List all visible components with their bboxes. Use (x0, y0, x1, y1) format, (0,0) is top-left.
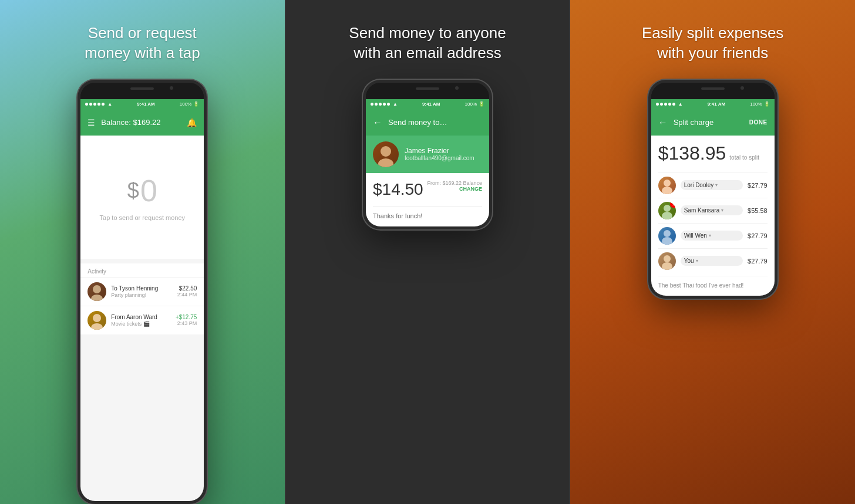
panel-1-title: Send or request money with a tap (73, 23, 212, 63)
chevron-you: ▾ (696, 258, 698, 263)
send-body: $14.50 From: $169.22 Balance CHANGE Than… (366, 173, 489, 226)
back-button-3[interactable]: ← (658, 117, 668, 128)
send-amount-row: $14.50 From: $169.22 Balance CHANGE (373, 180, 482, 199)
chevron-will: ▾ (709, 233, 711, 238)
phone-notch-2 (366, 83, 489, 99)
transaction-sub-1: Party planning! (111, 292, 172, 298)
transaction-time-1: 2:44 PM (177, 292, 197, 297)
phone-camera-2 (455, 86, 459, 90)
avatar-will (658, 227, 676, 245)
amount-area[interactable]: $ 0 Tap to send or request money (80, 136, 204, 259)
signal-dots-1: ▲ (85, 102, 112, 107)
panel-3-title: Easily split expenses with your friends (630, 23, 795, 63)
avatar-sam: 1 (658, 202, 676, 219)
phone-camera-1 (170, 86, 173, 90)
svg-point-11 (662, 237, 672, 245)
transaction-info-2: From Aaron Ward Movie tickets 🎬 (111, 314, 171, 327)
contact-row: James Frazier footballfan490@gmail.com (366, 136, 489, 173)
split-person-sam: 1 Sam Kansara ▾ $55.58 (658, 198, 768, 223)
status-time-1: 9:41 AM (137, 102, 154, 107)
signal-dots-2: ▲ (371, 102, 398, 107)
amount-you: $27.79 (748, 258, 768, 265)
split-person-lori: Lori Dooley ▾ $27.79 (658, 172, 768, 198)
transaction-info-1: To Tyson Henning Party planning! (111, 285, 172, 298)
svg-point-1 (91, 295, 103, 301)
contact-name: James Frazier (405, 147, 474, 155)
transaction-time-2: 2:43 PM (176, 320, 197, 326)
status-bar-1: ▲ 9:41 AM 100% 🔋 (80, 99, 204, 110)
svg-point-13 (662, 262, 672, 270)
status-right-1: 100% 🔋 (180, 102, 199, 107)
transaction-row-1: To Tyson Henning Party planning! $22.50 … (80, 277, 204, 306)
dot-3 (93, 103, 96, 106)
activity-label: Activity (80, 263, 204, 277)
avatar-aaron (87, 311, 106, 330)
chevron-lori: ▾ (715, 182, 718, 188)
split-note: The best Thai food I've ever had! (658, 276, 768, 289)
avatar-you (658, 252, 676, 270)
dollar-sign: $ (127, 178, 139, 203)
name-lori: Lori Dooley (684, 182, 714, 188)
total-amount: $138.95 (658, 143, 726, 164)
dot-1 (85, 103, 88, 106)
chip-you[interactable]: You ▾ (681, 256, 743, 266)
avatar-tyson (87, 282, 106, 301)
contact-email: footballfan490@gmail.com (405, 155, 474, 161)
phone-camera-3 (740, 86, 744, 90)
back-button-2[interactable]: ← (373, 117, 382, 128)
change-button[interactable]: CHANGE (427, 186, 482, 192)
transaction-sub-2: Movie tickets 🎬 (111, 321, 171, 327)
svg-point-10 (664, 230, 671, 237)
send-message: Thanks for lunch! (373, 206, 482, 219)
contact-info: James Frazier footballfan490@gmail.com (405, 147, 474, 161)
transaction-row-2: From Aaron Ward Movie tickets 🎬 +$12.75 … (80, 306, 204, 334)
avatar-lori (658, 177, 676, 194)
panel-2-title: Send money to anyone with an email addre… (337, 23, 517, 63)
balance-display: Balance: $169.22 (101, 118, 187, 127)
send-from-info: From: $169.22 Balance CHANGE (427, 180, 482, 192)
contact-avatar-james (373, 141, 399, 167)
amount-display: $ 0 (127, 173, 157, 208)
panel-split: Easily split expenses with your friends … (570, 0, 855, 504)
phone-2: ▲ 9:41 AM 100% 🔋 ← Send money to… James … (363, 80, 492, 229)
wifi-icon-1: ▲ (107, 102, 112, 107)
phone-notch-1 (80, 83, 204, 99)
amount-lori: $27.79 (748, 182, 768, 189)
chip-will[interactable]: Will Wen ▾ (681, 231, 743, 241)
chip-lori[interactable]: Lori Dooley ▾ (681, 180, 743, 190)
panel-send-email: Send money to anyone with an email addre… (285, 0, 571, 504)
panel-send-request: Send or request money with a tap ▲ 9:41 … (0, 0, 285, 504)
battery-label-1: 100% (180, 102, 191, 107)
screen2-header: ← Send money to… (366, 110, 489, 136)
screen3-header: ← Split charge DONE (651, 110, 775, 136)
battery-icon-2: 🔋 (479, 102, 484, 107)
battery-icon-3: 🔋 (764, 102, 770, 107)
phone-notch-3 (651, 83, 775, 99)
transaction-name-2: From Aaron Ward (111, 314, 171, 320)
battery-label-3: 100% (750, 102, 762, 107)
split-person-will: Will Wen ▾ $27.79 (658, 223, 768, 248)
svg-point-6 (664, 180, 671, 187)
send-amount-display: $14.50 (373, 180, 423, 199)
wifi-icon-2: ▲ (393, 102, 398, 107)
dot-5 (102, 103, 105, 106)
svg-point-2 (93, 314, 101, 322)
chip-sam[interactable]: Sam Kansara ▾ (681, 205, 743, 215)
screen3-title: Split charge (674, 118, 743, 127)
svg-point-12 (664, 255, 671, 262)
status-bar-2: ▲ 9:41 AM 100% 🔋 (366, 99, 489, 110)
svg-point-8 (664, 205, 671, 212)
amount-value: 0 (140, 173, 157, 208)
status-bar-3: ▲ 9:41 AM 100% 🔋 (651, 99, 775, 110)
transaction-amount-1: $22.50 2:44 PM (177, 285, 197, 297)
phone-3: ▲ 9:41 AM 100% 🔋 ← Split charge DONE $13… (648, 80, 777, 299)
svg-point-7 (662, 187, 672, 194)
badge-sam: 1 (670, 202, 676, 208)
status-right-2: 100% 🔋 (465, 102, 484, 107)
bell-icon[interactable]: 🔔 (187, 118, 197, 127)
done-button[interactable]: DONE (749, 119, 768, 126)
battery-label-2: 100% (465, 102, 477, 107)
menu-icon[interactable]: ☰ (87, 118, 95, 127)
tap-hint: Tap to send or request money (100, 214, 186, 221)
screen-1: $ 0 Tap to send or request money Activit… (80, 136, 204, 504)
